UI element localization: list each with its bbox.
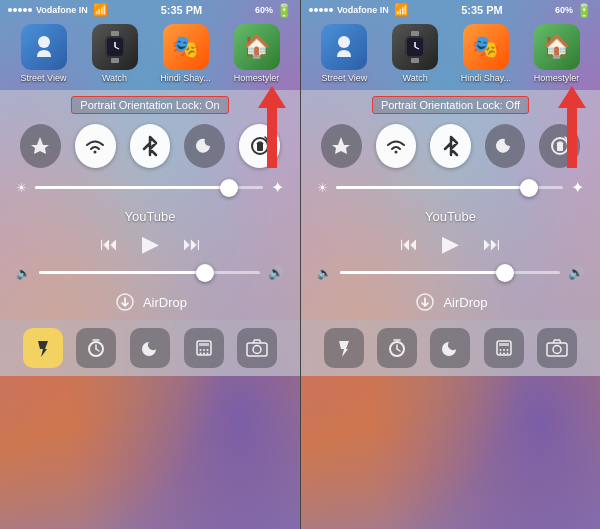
app-streetview-right[interactable]: Street View [314, 24, 374, 83]
moon-toggle-right[interactable] [485, 124, 526, 168]
play-btn-right[interactable]: ▶ [442, 231, 459, 257]
wifi-icon-left [84, 136, 106, 156]
calculator-btn-right[interactable] [484, 328, 524, 368]
flashlight-icon-right [335, 337, 353, 359]
volume-slider-left[interactable]: 🔈 🔊 [0, 261, 300, 284]
airplane-toggle-right[interactable] [321, 124, 362, 168]
svg-point-17 [199, 349, 201, 351]
flashlight-btn-right[interactable] [324, 328, 364, 368]
streetview-icon-right [321, 24, 367, 70]
svg-rect-16 [199, 343, 209, 346]
app-streetview-left[interactable]: Street View [14, 24, 74, 83]
vol-high-icon-left: 🔊 [268, 265, 284, 280]
arrow-shaft-right [567, 108, 577, 168]
next-btn-left[interactable]: ⏭ [183, 234, 201, 255]
homestyler-label-left: Homestyler [234, 73, 280, 83]
moon-icon-left [195, 136, 215, 156]
vol-low-icon-left: 🔈 [16, 266, 31, 280]
brightness-thumb-right[interactable] [520, 179, 538, 197]
brightness-low-icon-left: ☀ [16, 181, 27, 195]
svg-rect-26 [411, 31, 419, 36]
wifi-toggle-left[interactable] [75, 124, 116, 168]
dot2 [13, 8, 17, 12]
watch-label-left: Watch [102, 73, 127, 83]
wifi-status-left: 📶 [93, 3, 108, 17]
volume-thumb-right[interactable] [496, 264, 514, 282]
camera-icon-left [246, 339, 268, 357]
app-homestyler-right[interactable]: 🏠 Homestyler [527, 24, 587, 83]
brightness-track-left[interactable] [35, 186, 263, 189]
brightness-thumb-left[interactable] [220, 179, 238, 197]
hindishay-label-right: Hindi Shay... [461, 73, 511, 83]
play-btn-left[interactable]: ▶ [142, 231, 159, 257]
flashlight-btn-left[interactable] [23, 328, 63, 368]
svg-point-44 [506, 349, 508, 351]
toggles-right [301, 118, 600, 174]
dot5 [28, 8, 32, 12]
app-watch-left[interactable]: Watch [85, 24, 145, 83]
camera-btn-left[interactable] [237, 328, 277, 368]
streetview-label-left: Street View [21, 73, 67, 83]
status-right-right: 60% 🔋 [555, 3, 592, 18]
calculator-btn-left[interactable] [184, 328, 224, 368]
next-btn-right[interactable]: ⏭ [483, 234, 501, 255]
toggles-left [0, 118, 300, 174]
airdrop-label-left: AirDrop [143, 295, 187, 310]
rdot2 [314, 8, 318, 12]
signal-dots-right [309, 8, 333, 12]
volume-slider-right[interactable]: 🔈 🔊 [301, 261, 600, 284]
wifi-toggle-right[interactable] [376, 124, 417, 168]
brightness-track-right[interactable] [336, 186, 563, 189]
svg-marker-35 [339, 341, 349, 357]
timer-btn-right[interactable] [377, 328, 417, 368]
brightness-high-icon-left: ✦ [271, 178, 284, 197]
status-right-left: 60% 🔋 [255, 3, 292, 18]
rdot5 [329, 8, 333, 12]
svg-point-25 [338, 36, 350, 48]
svg-line-13 [96, 349, 99, 351]
prev-btn-left[interactable]: ⏮ [100, 234, 118, 255]
airplane-toggle-left[interactable] [20, 124, 61, 168]
camera-btn-right[interactable] [537, 328, 577, 368]
brightness-high-icon-right: ✦ [571, 178, 584, 197]
dot3 [18, 8, 22, 12]
app-watch-right[interactable]: Watch [385, 24, 445, 83]
hindishay-label-left: Hindi Shay... [160, 73, 210, 83]
app-hindishay-right[interactable]: 🎭 Hindi Shay... [456, 24, 516, 83]
airdrop-svg-left [115, 292, 135, 312]
watch-icon-left [92, 24, 138, 70]
airdrop-right[interactable]: AirDrop [301, 284, 600, 320]
volume-track-left[interactable] [39, 271, 260, 274]
moon-toggle-left[interactable] [184, 124, 225, 168]
wifi-status-right: 📶 [394, 3, 409, 17]
donotdisturb-btn-left[interactable] [130, 328, 170, 368]
svg-point-20 [199, 353, 201, 355]
airdrop-left[interactable]: AirDrop [0, 284, 300, 320]
svg-point-46 [503, 353, 505, 355]
camera-icon-right [546, 339, 568, 357]
arrowhead-left [258, 86, 286, 108]
bt-toggle-left[interactable] [130, 124, 171, 168]
bt-icon-right [443, 135, 459, 157]
streetview-label-right: Street View [321, 73, 367, 83]
airdrop-svg-right [415, 292, 435, 312]
app-icons-right: Street View Watch 🎭 Hindi Shay... 🏠 Home [301, 20, 600, 90]
timer-btn-left[interactable] [76, 328, 116, 368]
app-hindishay-left[interactable]: 🎭 Hindi Shay... [156, 24, 216, 83]
arrow-shaft-left [267, 108, 277, 168]
battery-icon-left: 🔋 [276, 3, 292, 18]
app-icons-left: Street View Watch 🎭 Hindi Shay... 🏠 Home [0, 20, 300, 90]
app-homestyler-left[interactable]: 🏠 Homestyler [227, 24, 287, 83]
dot1 [8, 8, 12, 12]
svg-point-45 [499, 353, 501, 355]
volume-fill-left [39, 271, 205, 274]
brightness-slider-left[interactable]: ☀ ✦ [0, 174, 300, 201]
volume-track-right[interactable] [340, 271, 560, 274]
donotdisturb-btn-right[interactable] [430, 328, 470, 368]
carrier-left: Vodafone IN [36, 5, 88, 15]
brightness-slider-right[interactable]: ☀ ✦ [301, 174, 600, 201]
volume-thumb-left[interactable] [196, 264, 214, 282]
svg-point-18 [203, 349, 205, 351]
prev-btn-right[interactable]: ⏮ [400, 234, 418, 255]
bt-toggle-right[interactable] [430, 124, 471, 168]
